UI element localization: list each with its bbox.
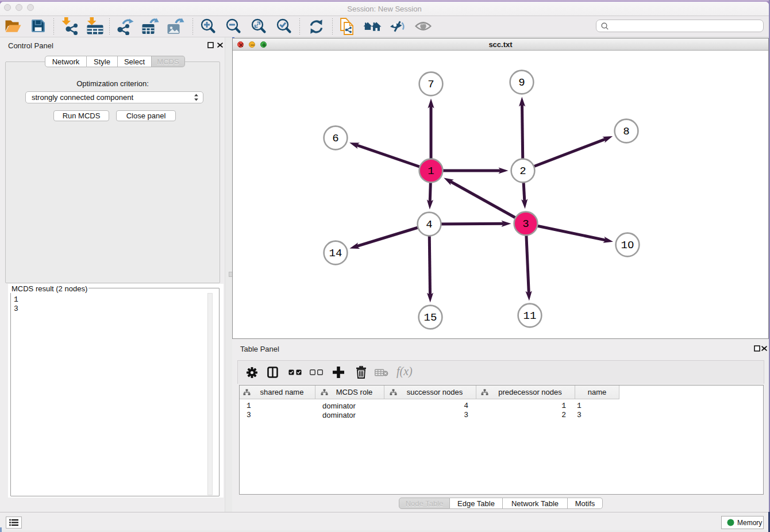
svg-text:4: 4 (426, 218, 432, 231)
svg-text:8: 8 (623, 125, 629, 138)
svg-text:9: 9 (518, 76, 525, 89)
svg-text:2: 2 (519, 165, 526, 178)
svg-text:1: 1 (428, 165, 434, 178)
svg-text:6: 6 (332, 132, 338, 145)
svg-text:14: 14 (329, 247, 342, 260)
svg-text:10: 10 (621, 239, 634, 252)
svg-text:15: 15 (424, 311, 437, 324)
svg-text:3: 3 (522, 218, 529, 230)
svg-text:11: 11 (523, 310, 537, 322)
svg-text:7: 7 (428, 78, 434, 91)
